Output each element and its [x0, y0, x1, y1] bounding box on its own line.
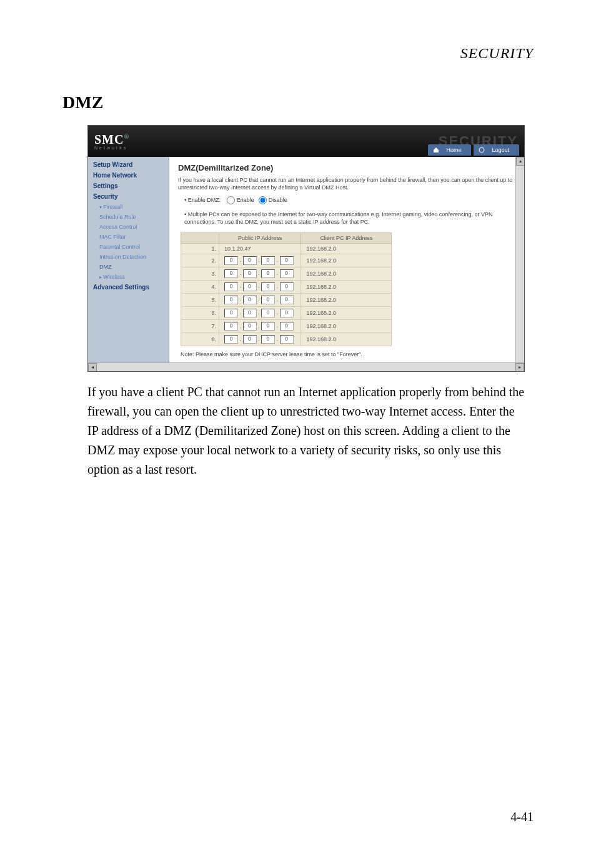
- enable-radio[interactable]: [227, 196, 235, 204]
- nav-home-network[interactable]: Home Network: [88, 170, 169, 181]
- cli-ip-cell: 192.168.2.0: [301, 319, 392, 332]
- pub-ip-cell: 0 . 0 . 0 . 0: [219, 332, 301, 346]
- home-icon: [433, 147, 439, 153]
- nav-security[interactable]: Security: [88, 191, 169, 202]
- nav-setup-wizard[interactable]: Setup Wizard: [88, 159, 169, 170]
- pub-ip-cell: 10.1.20.47: [219, 243, 301, 254]
- content-bullet: Multiple PCs can be exposed to the Inter…: [184, 211, 515, 226]
- cli-ip-cell: 192.168.2.0: [301, 243, 392, 254]
- col-public: Public IP Address: [219, 232, 301, 243]
- brand-block: SMC® Networks: [94, 132, 129, 150]
- nav-mac-filter[interactable]: MAC Filter: [88, 232, 169, 242]
- table-row: 8. 0 . 0 . 0 . 0 192.168.2.0: [181, 332, 392, 346]
- svg-point-0: [479, 147, 484, 152]
- disable-text: Disable: [269, 197, 287, 203]
- table-row: 3. 0 . 0 . 0 . 0 192.168.2.0: [181, 267, 392, 280]
- logout-icon: [479, 147, 485, 153]
- pub-ip-cell: 0 . 0 . 0 . 0: [219, 254, 301, 267]
- nav-parental-control[interactable]: Parental Control: [88, 242, 169, 252]
- pub-ip-cell: 0 . 0 . 0 . 0: [219, 319, 301, 332]
- cli-ip-cell: 192.168.2.0: [301, 267, 392, 280]
- content-intro: If you have a local client PC that canno…: [178, 176, 515, 191]
- content-title: DMZ(Demilitarized Zone): [178, 163, 515, 172]
- cli-ip-cell: 192.168.2.0: [301, 280, 392, 293]
- nav-settings[interactable]: Settings: [88, 181, 169, 191]
- section-title: DMZ: [62, 92, 103, 112]
- table-row: 4. 0 . 0 . 0 . 0 192.168.2.0: [181, 280, 392, 293]
- enable-text: Enable: [237, 197, 254, 203]
- cli-ip-cell: 192.168.2.0: [301, 332, 392, 346]
- nav-access-control[interactable]: Access Control: [88, 222, 169, 232]
- content-note: Note: Please make sure your DHCP server …: [181, 351, 515, 357]
- body-paragraph: If you have a client PC that cannot run …: [87, 382, 525, 479]
- cli-ip-cell: 192.168.2.0: [301, 254, 392, 267]
- nav-intrusion-detection[interactable]: Intrusion Detection: [88, 252, 169, 262]
- col-client: Client PC IP Address: [301, 232, 392, 243]
- pub-ip-cell: 0 . 0 . 0 . 0: [219, 267, 301, 280]
- nav-wireless[interactable]: Wireless: [88, 272, 169, 282]
- dmz-table: Public IP Address Client PC IP Address 1…: [181, 232, 392, 346]
- top-links: Home Logout: [428, 144, 519, 156]
- table-row: 5. 0 . 0 . 0 . 0 192.168.2.0: [181, 293, 392, 306]
- brand-sub: Networks: [94, 146, 129, 150]
- table-row: 6. 0 . 0 . 0 . 0 192.168.2.0: [181, 306, 392, 319]
- nav-dmz[interactable]: DMZ: [88, 262, 169, 272]
- pub-ip-cell: 0 . 0 . 0 . 0: [219, 280, 301, 293]
- screenshot-topbar: SMC® Networks SECURITY Home Logout: [88, 126, 524, 157]
- table-row: 1. 10.1.20.47 192.168.2.0: [181, 243, 392, 254]
- content-pane: DMZ(Demilitarized Zone) If you have a lo…: [169, 157, 524, 371]
- home-link[interactable]: Home: [428, 144, 471, 156]
- scroll-right-icon[interactable]: ▸: [515, 363, 524, 372]
- pub-ip-cell: 0 . 0 . 0 . 0: [219, 293, 301, 306]
- scroll-left-icon[interactable]: ◂: [88, 363, 97, 372]
- pub-ip-cell: 0 . 0 . 0 . 0: [219, 306, 301, 319]
- table-row: 7. 0 . 0 . 0 . 0 192.168.2.0: [181, 319, 392, 332]
- nav-firewall[interactable]: Firewall: [88, 202, 169, 212]
- col-num: [181, 232, 219, 243]
- router-screenshot: SMC® Networks SECURITY Home Logout Setup…: [87, 125, 525, 372]
- nav-schedule-rule[interactable]: Schedule Rule: [88, 212, 169, 222]
- scroll-up-icon[interactable]: ▴: [516, 157, 524, 166]
- horizontal-scrollbar[interactable]: ◂ ▸: [88, 362, 524, 371]
- sidebar-nav: Setup Wizard Home Network Settings Secur…: [88, 157, 169, 371]
- page-number: 4-41: [510, 810, 534, 824]
- enable-label: Enable DMZ:: [188, 197, 221, 203]
- cli-ip-cell: 192.168.2.0: [301, 293, 392, 306]
- nav-advanced-settings[interactable]: Advanced Settings: [88, 282, 169, 292]
- enable-dmz-row: • Enable DMZ: Enable Disable: [184, 196, 515, 204]
- table-row: 2. 0 . 0 . 0 . 0 192.168.2.0: [181, 254, 392, 267]
- vertical-scrollbar[interactable]: ▴: [515, 157, 524, 371]
- cli-ip-cell: 192.168.2.0: [301, 306, 392, 319]
- page-header-category: SECURITY: [460, 45, 534, 62]
- brand-logo: SMC®: [94, 132, 129, 147]
- disable-radio[interactable]: [259, 196, 267, 204]
- logout-link[interactable]: Logout: [474, 144, 519, 156]
